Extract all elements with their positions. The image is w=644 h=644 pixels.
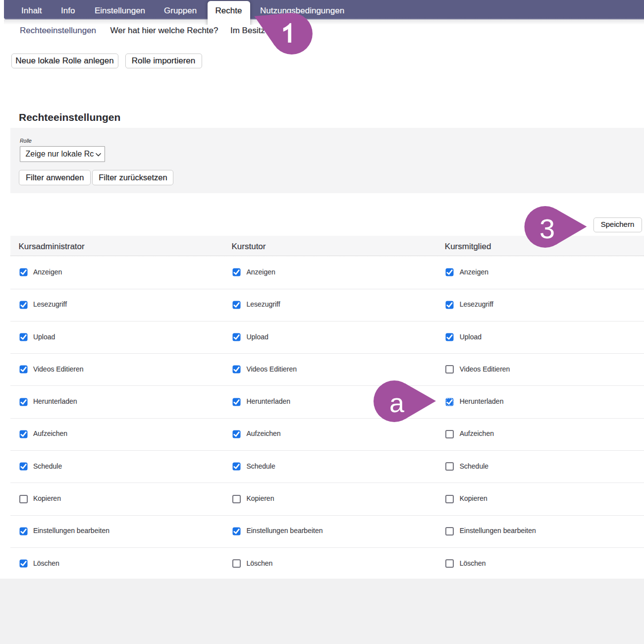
- svg-text:a: a: [389, 388, 405, 418]
